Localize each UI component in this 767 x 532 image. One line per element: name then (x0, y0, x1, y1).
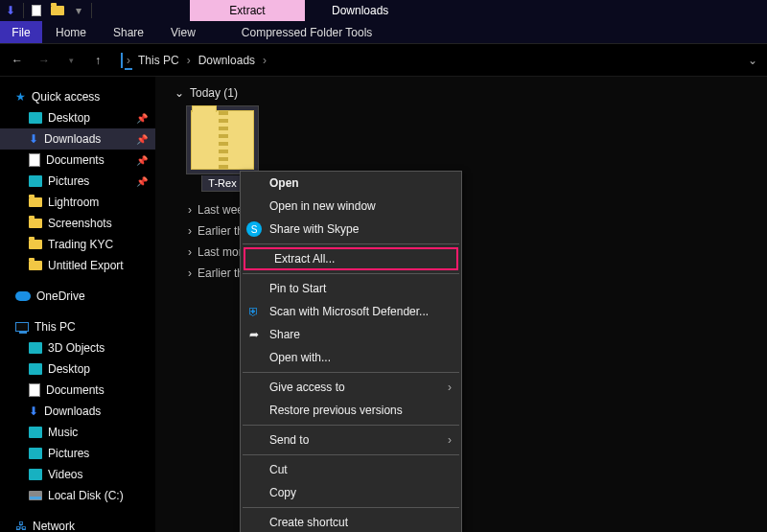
history-dropdown[interactable]: ▾ (61, 51, 81, 70)
sidebar-item-documents2[interactable]: Documents (0, 380, 155, 401)
address-bar[interactable]: › This PC › Downloads › ⌄ (115, 52, 759, 69)
music-icon (29, 427, 42, 438)
documents-icon (29, 383, 40, 397)
forward-button[interactable]: → (35, 51, 54, 70)
pictures-icon (29, 175, 42, 187)
menu-send-to[interactable]: Send to› (241, 428, 461, 451)
chevron-right-icon: › (127, 54, 130, 67)
menu-pin-start[interactable]: Pin to Start (241, 277, 461, 300)
menu-restore-versions[interactable]: Restore previous versions (241, 399, 461, 422)
back-button[interactable]: ← (8, 51, 27, 70)
desktop-icon (29, 363, 42, 375)
ribbon-context-tab[interactable]: Extract (190, 0, 305, 21)
cloud-icon (15, 291, 31, 301)
window-title: Downloads (332, 4, 388, 17)
sidebar-item-3dobjects[interactable]: 3D Objects (0, 337, 155, 359)
breadcrumb-thispc[interactable]: This PC (134, 52, 183, 69)
chevron-right-icon: › (188, 245, 192, 259)
menu-separator (243, 273, 459, 274)
folder-icon (29, 219, 42, 228)
disk-icon (29, 491, 42, 500)
app-icon: ⬇ (0, 0, 21, 21)
sidebar-item-localdisk[interactable]: Local Disk (C:) (0, 485, 155, 506)
menu-create-shortcut[interactable]: Create shortcut (241, 511, 461, 532)
skype-icon: S (246, 221, 262, 237)
chevron-right-icon: › (188, 203, 192, 217)
folder-icon (29, 261, 42, 270)
star-icon: ★ (15, 90, 26, 104)
pin-icon: 📌 (136, 155, 148, 166)
pin-icon: 📌 (136, 113, 148, 124)
file-label: T-Rex (201, 175, 243, 192)
ribbon-home[interactable]: Home (42, 21, 100, 43)
pc-icon (15, 322, 29, 332)
pc-icon (121, 54, 123, 67)
chevron-down-icon: ⌄ (174, 86, 184, 100)
sidebar-item-lightroom[interactable]: Lightroom (0, 192, 155, 213)
sidebar-item-tradingkyc[interactable]: Trading KYC (0, 234, 155, 255)
menu-copy[interactable]: Copy (241, 481, 461, 504)
sidebar-quick-access[interactable]: ★Quick access (0, 86, 155, 107)
sidebar-item-music[interactable]: Music (0, 422, 155, 443)
menu-separator (243, 243, 459, 244)
folder-icon (29, 197, 42, 207)
ribbon-file[interactable]: File (0, 21, 42, 43)
up-button[interactable]: ↑ (88, 51, 107, 70)
chevron-right-icon: › (188, 224, 192, 238)
sidebar-item-desktop[interactable]: Desktop📌 (0, 107, 155, 128)
sidebar-item-screenshots[interactable]: Screenshots (0, 213, 155, 234)
ribbon: File Home Share View Compressed Folder T… (0, 21, 767, 44)
sidebar-item-untitled-export[interactable]: Untitled Export (0, 255, 155, 276)
sidebar-item-videos[interactable]: Videos (0, 464, 155, 485)
3d-icon (29, 342, 42, 354)
sidebar-item-pictures[interactable]: Pictures📌 (0, 171, 155, 192)
sidebar: ★Quick access Desktop📌 ⬇Downloads📌 Docum… (0, 77, 155, 532)
folder-icon (29, 240, 42, 249)
chevron-right-icon: › (448, 381, 452, 394)
title-bar: ⬇ ▾ Extract Downloads (0, 0, 767, 21)
menu-scan-defender[interactable]: ⛨Scan with Microsoft Defender... (241, 300, 461, 323)
chevron-right-icon: › (187, 54, 191, 67)
address-dropdown-icon[interactable]: ⌄ (748, 54, 757, 67)
menu-open-new-window[interactable]: Open in new window (241, 195, 461, 218)
menu-separator (243, 425, 459, 426)
chevron-right-icon: › (263, 54, 267, 67)
sidebar-thispc[interactable]: This PC (0, 316, 155, 337)
new-doc-icon[interactable] (26, 0, 47, 21)
menu-cut[interactable]: Cut (241, 458, 461, 481)
sidebar-item-downloads2[interactable]: ⬇Downloads (0, 401, 155, 422)
sidebar-item-desktop2[interactable]: Desktop (0, 359, 155, 380)
breadcrumb-downloads[interactable]: Downloads (195, 52, 259, 69)
sidebar-onedrive[interactable]: OneDrive (0, 286, 155, 307)
group-today[interactable]: ⌄Today (1) (165, 82, 757, 105)
ribbon-share[interactable]: Share (100, 21, 157, 43)
pin-icon: 📌 (136, 176, 148, 187)
sidebar-item-downloads[interactable]: ⬇Downloads📌 (0, 128, 155, 150)
menu-give-access[interactable]: Give access to› (241, 376, 461, 399)
context-menu: Open Open in new window SShare with Skyp… (240, 171, 462, 532)
download-icon: ⬇ (29, 132, 38, 146)
ribbon-view[interactable]: View (157, 21, 209, 43)
menu-share-skype[interactable]: SShare with Skype (241, 218, 461, 241)
network-icon: 🖧 (15, 520, 27, 532)
nav-bar: ← → ▾ ↑ › This PC › Downloads › ⌄ (0, 44, 767, 77)
menu-separator (243, 454, 459, 455)
documents-icon (29, 153, 40, 167)
pictures-icon (29, 448, 42, 459)
menu-open-with[interactable]: Open with... (241, 346, 461, 369)
menu-separator (243, 372, 459, 373)
sidebar-item-pictures2[interactable]: Pictures (0, 443, 155, 464)
share-icon: ➦ (246, 327, 262, 342)
qa-overflow-icon[interactable]: ▾ (68, 0, 89, 21)
desktop-icon (29, 112, 42, 124)
download-icon: ⬇ (29, 405, 38, 418)
ribbon-compressed-tools[interactable]: Compressed Folder Tools (228, 21, 386, 43)
menu-open[interactable]: Open (241, 172, 461, 195)
menu-extract-all[interactable]: Extract All... (244, 247, 458, 270)
sidebar-item-documents[interactable]: Documents📌 (0, 150, 155, 171)
pin-icon: 📌 (136, 134, 148, 145)
sidebar-network[interactable]: 🖧Network (0, 516, 155, 532)
folder-quick-icon[interactable] (47, 0, 68, 21)
menu-share[interactable]: ➦Share (241, 323, 461, 346)
chevron-right-icon: › (188, 266, 192, 280)
